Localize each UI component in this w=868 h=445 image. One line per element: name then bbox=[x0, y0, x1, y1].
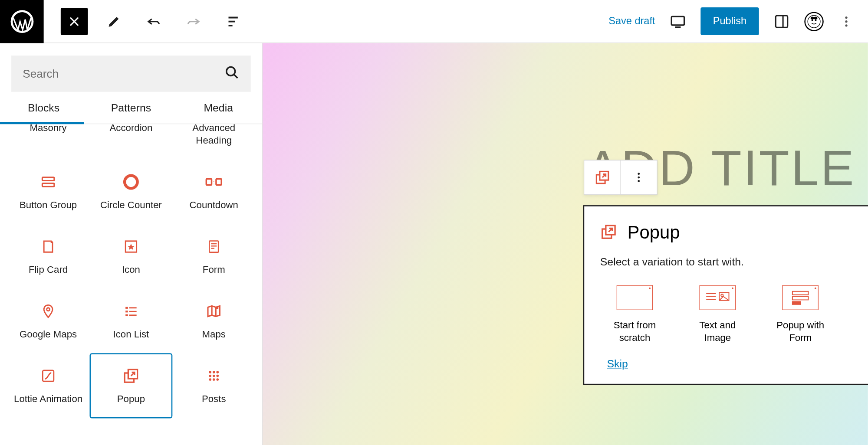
save-draft-button[interactable]: Save draft bbox=[608, 15, 655, 27]
svg-rect-17 bbox=[206, 179, 211, 185]
block-masonry[interactable]: Masonry bbox=[7, 124, 90, 159]
svg-rect-28 bbox=[125, 311, 128, 313]
block-form[interactable]: Form bbox=[172, 224, 255, 289]
svg-rect-59 bbox=[792, 301, 800, 304]
svg-point-36 bbox=[209, 371, 211, 374]
button-group-icon bbox=[40, 172, 56, 192]
lottie-icon bbox=[41, 366, 56, 386]
block-countdown[interactable]: :Countdown bbox=[172, 160, 255, 224]
svg-point-25 bbox=[47, 308, 50, 311]
more-options-icon[interactable] bbox=[835, 10, 858, 33]
svg-point-40 bbox=[213, 375, 215, 377]
close-inserter-button[interactable] bbox=[61, 8, 88, 35]
svg-point-41 bbox=[216, 375, 219, 377]
block-maps[interactable]: Maps bbox=[172, 289, 255, 353]
block-lottie[interactable]: Lottie Animation bbox=[7, 353, 90, 418]
block-flip-card[interactable]: Flip Card bbox=[7, 224, 90, 289]
svg-point-5 bbox=[808, 15, 820, 28]
user-avatar[interactable] bbox=[804, 12, 823, 31]
svg-rect-29 bbox=[129, 311, 137, 312]
top-toolbar: Save draft Publish bbox=[0, 0, 868, 43]
block-circle-counter[interactable]: Circle Counter bbox=[90, 160, 173, 224]
popup-icon bbox=[122, 366, 139, 386]
floating-block-toolbar bbox=[584, 160, 658, 195]
publish-button[interactable]: Publish bbox=[700, 7, 759, 35]
svg-rect-31 bbox=[129, 315, 137, 316]
grid-dots-icon bbox=[207, 366, 221, 386]
variation-form[interactable]: Popup with Form bbox=[770, 285, 831, 344]
redo-button[interactable] bbox=[180, 8, 207, 35]
wordpress-logo[interactable] bbox=[0, 0, 44, 43]
svg-point-16 bbox=[125, 176, 137, 188]
svg-text::: : bbox=[213, 180, 214, 186]
popup-panel-subtitle: Select a variation to start with. bbox=[600, 255, 868, 268]
svg-point-12 bbox=[845, 24, 847, 26]
block-google-maps[interactable]: Google Maps bbox=[7, 289, 90, 353]
block-button-group[interactable]: Button Group bbox=[7, 160, 90, 224]
svg-point-42 bbox=[209, 379, 211, 381]
svg-point-10 bbox=[845, 16, 847, 18]
svg-rect-14 bbox=[42, 177, 54, 181]
inserter-search[interactable] bbox=[11, 56, 251, 92]
svg-point-48 bbox=[638, 177, 640, 179]
inserter-tabs: Blocks Patterns Media bbox=[0, 102, 262, 124]
block-more-icon[interactable] bbox=[621, 160, 657, 194]
search-input[interactable] bbox=[23, 67, 224, 80]
svg-rect-30 bbox=[125, 314, 128, 316]
form-icon bbox=[207, 236, 220, 257]
svg-point-44 bbox=[216, 379, 219, 381]
tab-media[interactable]: Media bbox=[175, 102, 262, 124]
svg-point-38 bbox=[216, 371, 219, 374]
popup-icon bbox=[600, 223, 617, 242]
tab-patterns[interactable]: Patterns bbox=[87, 102, 174, 124]
edit-tool-button[interactable] bbox=[100, 8, 128, 35]
popup-block-placeholder: Popup Select a variation to start with. … bbox=[583, 205, 868, 385]
blocks-grid: Masonry Accordion Advanced Heading Butto… bbox=[0, 124, 262, 445]
svg-point-11 bbox=[845, 20, 847, 22]
svg-point-32 bbox=[216, 307, 218, 309]
circle-counter-icon bbox=[122, 172, 139, 192]
star-icon bbox=[124, 236, 138, 257]
block-type-icon[interactable] bbox=[584, 160, 621, 194]
svg-point-8 bbox=[811, 16, 814, 20]
undo-button[interactable] bbox=[140, 8, 168, 35]
svg-point-56 bbox=[721, 294, 723, 296]
variation-scratch[interactable]: Start from scratch bbox=[605, 285, 665, 344]
svg-rect-26 bbox=[125, 307, 128, 309]
map-icon bbox=[205, 301, 222, 322]
block-icon[interactable]: Icon bbox=[90, 224, 173, 289]
tab-blocks[interactable]: Blocks bbox=[0, 102, 87, 124]
block-accordion[interactable]: Accordion bbox=[90, 124, 173, 159]
document-overview-button[interactable] bbox=[220, 8, 247, 35]
svg-rect-15 bbox=[42, 183, 54, 187]
settings-panel-icon[interactable] bbox=[770, 10, 793, 33]
svg-point-9 bbox=[814, 16, 818, 20]
search-icon bbox=[225, 65, 240, 82]
skip-button[interactable]: Skip bbox=[607, 358, 628, 370]
variation-text-image[interactable]: Text and Image bbox=[687, 285, 748, 344]
svg-point-47 bbox=[638, 173, 640, 175]
svg-point-6 bbox=[812, 19, 813, 21]
svg-rect-3 bbox=[776, 15, 787, 27]
block-advanced-heading[interactable]: Advanced Heading bbox=[172, 124, 255, 159]
countdown-icon: : bbox=[205, 172, 223, 192]
svg-rect-27 bbox=[129, 308, 137, 309]
svg-rect-57 bbox=[792, 291, 809, 295]
block-popup[interactable]: Popup bbox=[90, 353, 173, 418]
svg-point-13 bbox=[227, 67, 235, 76]
pin-icon bbox=[41, 301, 56, 322]
list-icon bbox=[124, 301, 138, 322]
svg-rect-19 bbox=[216, 179, 221, 185]
block-posts[interactable]: Posts bbox=[172, 353, 255, 418]
flip-card-icon bbox=[41, 236, 56, 257]
active-tab-indicator bbox=[0, 122, 84, 124]
svg-point-7 bbox=[815, 19, 817, 21]
svg-rect-58 bbox=[792, 297, 809, 300]
svg-point-43 bbox=[213, 379, 215, 381]
block-icon-list[interactable]: Icon List bbox=[90, 289, 173, 353]
preview-icon[interactable] bbox=[667, 10, 689, 33]
editor-canvas[interactable]: ADD TITLE Popup Select a variation to st… bbox=[263, 43, 868, 445]
popup-panel-title: Popup bbox=[628, 222, 680, 243]
svg-rect-2 bbox=[671, 16, 684, 25]
svg-point-37 bbox=[213, 371, 215, 374]
